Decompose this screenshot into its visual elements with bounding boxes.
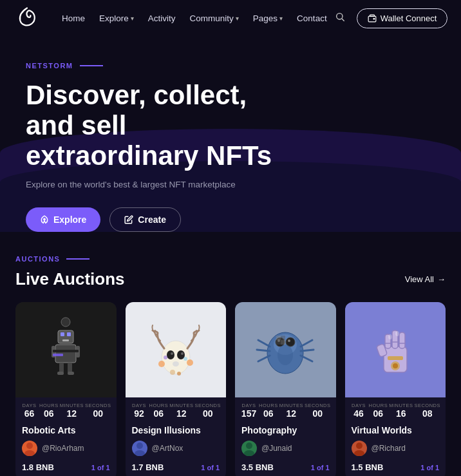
wallet-connect-button[interactable]: Wallet Connect (357, 8, 448, 28)
author-name-1: @RioArham (42, 444, 84, 453)
card-edition-3: 1 of 1 (311, 464, 330, 471)
svg-point-23 (177, 350, 185, 359)
svg-rect-15 (68, 372, 74, 375)
svg-point-22 (167, 350, 174, 359)
hero-subtitle: Explore on the world's best & largest NF… (26, 180, 435, 189)
svg-point-30 (177, 372, 181, 376)
svg-point-31 (164, 356, 167, 359)
chevron-down-icon: ▾ (279, 15, 283, 22)
wallet-icon (368, 14, 377, 23)
view-all-link[interactable]: View All → (405, 274, 446, 284)
svg-rect-14 (57, 372, 64, 375)
nav-pages[interactable]: Pages ▾ (248, 10, 288, 27)
svg-rect-13 (68, 363, 72, 373)
auctions-section: AUCTIONS Live Auctions View All → (0, 232, 461, 476)
header-actions: Wallet Connect (332, 8, 448, 28)
timer-minutes-4: MINUTES 16 (389, 403, 413, 419)
nav-home[interactable]: Home (57, 10, 90, 27)
deer-art-svg (137, 311, 214, 388)
author-name-3: @Junaid (261, 444, 292, 453)
svg-point-47 (278, 345, 293, 365)
timer-bar-3: DAYS 157 HOURS 06 MINUTES 12 SECONDS 00 (235, 397, 336, 421)
svg-rect-8 (62, 339, 69, 341)
auctions-header: Live Auctions View All → (15, 269, 446, 289)
hero-heading: Discover, collect, and sell extraordinar… (26, 80, 296, 171)
create-button[interactable]: Create (109, 207, 181, 232)
svg-rect-48 (276, 336, 281, 340)
timer-days-2: DAYS 92 (131, 403, 148, 419)
auction-card-4: DAYS 46 HOURS 06 MINUTES 16 SECONDS 08 V… (345, 302, 446, 476)
svg-point-68 (354, 450, 364, 456)
robot-art-svg (27, 311, 104, 388)
auction-card-1: DAYS 66 HOURS 06 MINUTES 12 SECONDS 00 R… (15, 302, 117, 476)
edit-icon (124, 215, 133, 224)
svg-point-32 (183, 357, 187, 361)
timer-hours-2: HOURS 06 (149, 403, 169, 419)
search-icon (335, 12, 345, 22)
card-author-1: @RioArham (15, 438, 117, 460)
nft-image-2 (126, 302, 227, 397)
svg-line-37 (258, 340, 270, 347)
card-author-2: @ArtNox (126, 438, 227, 460)
timer-hours-3: HOURS 06 (259, 403, 278, 419)
main-nav: Home Explore ▾ Activity Community ▾ Page… (57, 10, 332, 27)
hero-content: NETSTORM Discover, collect, and sell ext… (26, 62, 435, 232)
timer-minutes-3: MINUTES 12 (279, 403, 303, 419)
svg-point-28 (187, 359, 193, 366)
hero-buttons: Explore Create (26, 207, 435, 232)
svg-point-3 (373, 18, 375, 19)
rocket-icon (40, 215, 49, 224)
card-price-3: 3.5 BNB (241, 462, 274, 472)
timer-bar-1: DAYS 66 HOURS 06 MINUTES 12 SECONDS 00 (15, 397, 117, 421)
timer-hours-1: HOURS 06 (39, 403, 59, 419)
svg-point-0 (336, 14, 342, 19)
timer-bar-2: DAYS 92 HOURS 06 MINUTES 12 SECONDS 00 (126, 397, 227, 421)
svg-rect-50 (276, 340, 281, 345)
svg-point-16 (61, 318, 70, 327)
svg-point-24 (171, 352, 173, 355)
author-name-4: @Richard (372, 444, 406, 453)
avatar-2 (132, 441, 147, 456)
svg-point-25 (181, 352, 183, 355)
card-footer-4: 1.5 BNB 1 of 1 (345, 460, 446, 472)
timer-minutes-1: MINUTES 12 (60, 403, 84, 419)
card-price-4: 1.5 BNB (352, 462, 384, 472)
auctions-title: Live Auctions (15, 269, 125, 289)
card-edition-4: 1 of 1 (420, 464, 439, 471)
search-button[interactable] (332, 9, 348, 27)
svg-point-64 (393, 363, 398, 368)
nav-community[interactable]: Community ▾ (185, 10, 244, 27)
timer-days-4: DAYS 46 (350, 403, 368, 419)
svg-rect-12 (59, 363, 64, 373)
card-edition-1: 1 of 1 (91, 464, 110, 471)
chevron-down-icon: ▾ (236, 15, 239, 22)
nft-image-4 (345, 302, 446, 397)
svg-rect-49 (281, 336, 285, 340)
explore-button[interactable]: Explore (26, 207, 100, 232)
svg-rect-57 (399, 332, 405, 348)
svg-rect-17 (53, 350, 79, 352)
nav-activity[interactable]: Activity (143, 10, 181, 27)
timer-days-1: DAYS 66 (21, 403, 38, 419)
svg-rect-6 (61, 332, 64, 336)
svg-point-19 (26, 443, 33, 449)
svg-point-27 (158, 361, 165, 367)
auctions-tag: AUCTIONS (15, 255, 446, 263)
svg-point-34 (135, 450, 145, 456)
svg-point-53 (244, 450, 254, 456)
nav-explore[interactable]: Explore ▾ (94, 10, 139, 27)
avatar-img-4 (352, 441, 367, 456)
logo[interactable] (15, 5, 39, 31)
svg-point-52 (246, 443, 252, 449)
svg-point-67 (356, 443, 362, 449)
chevron-down-icon: ▾ (131, 15, 134, 22)
svg-line-38 (257, 350, 270, 351)
svg-point-20 (24, 450, 35, 456)
svg-rect-7 (67, 332, 71, 336)
avatar-img-2 (132, 441, 147, 456)
avatar-img-3 (241, 441, 257, 456)
svg-rect-18 (53, 354, 63, 356)
avatar-img-1 (22, 441, 37, 456)
svg-point-46 (288, 339, 290, 342)
nav-contact[interactable]: Contact (292, 10, 332, 27)
